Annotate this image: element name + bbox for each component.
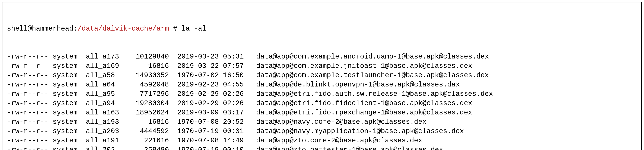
file-group: all_a163 — [86, 108, 128, 117]
file-listing: -rw-r--r--systemall_a173101298402019-03-… — [7, 52, 637, 150]
file-row: -rw-r--r--systemall_a173101298402019-03-… — [7, 52, 637, 62]
terminal-output: shell@hammerhead:/data/dalvik-cache/arm … — [2, 2, 642, 150]
file-row: -rw-r--r--systemall_a9577172962019-02-29… — [7, 89, 637, 99]
file-date: 2019-02-29 — [177, 99, 223, 108]
file-name: data@app@navy.core-2@base.apk@classes.de… — [256, 117, 637, 127]
file-row: -rw-r--r--systemall_a58149303521970-07-0… — [7, 71, 637, 80]
file-name: data@app@etri.fido.rpexchange-1@base.apk… — [256, 108, 637, 117]
file-size: 258480 — [128, 145, 177, 150]
file-group: all_a169 — [86, 62, 128, 71]
file-owner: system — [52, 117, 86, 127]
file-time: 05:31 — [223, 52, 256, 62]
file-permissions: -rw-r--r-- — [7, 80, 52, 89]
file-size: 16816 — [128, 117, 177, 127]
file-row: -rw-r--r--systemall_2022584801970-07-190… — [7, 145, 637, 150]
file-row: -rw-r--r--systemall_a163189526242019-03-… — [7, 108, 637, 117]
file-name: data@app@com.example.testlauncher-1@base… — [256, 71, 637, 80]
file-size: 221616 — [128, 136, 177, 145]
file-owner: system — [52, 89, 86, 99]
file-time: 00:31 — [223, 127, 256, 136]
prompt-line: shell@hammerhead:/data/dalvik-cache/arm … — [7, 24, 637, 33]
file-group: all_a94 — [86, 99, 128, 108]
file-size: 4444592 — [128, 127, 177, 136]
file-date: 2019-03-23 — [177, 52, 223, 62]
file-owner: system — [52, 71, 86, 80]
file-permissions: -rw-r--r-- — [7, 89, 52, 99]
file-permissions: -rw-r--r-- — [7, 145, 52, 150]
prompt-host: shell@hammerhead: — [7, 24, 78, 33]
file-permissions: -rw-r--r-- — [7, 99, 52, 108]
file-name: data@app@com.example.android.uamp-1@base… — [256, 52, 637, 62]
file-group: all_a191 — [86, 136, 128, 145]
file-time: 04:55 — [223, 80, 256, 89]
file-date: 1970-07-08 — [177, 117, 223, 127]
prompt-separator: # — [169, 24, 182, 33]
file-name: data@app@zto.core-2@base.apk@classes.dex — [256, 136, 637, 145]
file-group: all_a203 — [86, 127, 128, 136]
file-time: 02:26 — [223, 99, 256, 108]
prompt-path: /data/dalvik-cache/arm — [78, 24, 169, 33]
file-name: data@app@etri.fido.auth.sw.release-1@bas… — [256, 89, 637, 99]
file-name: data@app@navy.myapplication-1@base.apk@c… — [256, 127, 637, 136]
file-permissions: -rw-r--r-- — [7, 117, 52, 127]
file-owner: system — [52, 62, 86, 71]
file-date: 2019-03-09 — [177, 108, 223, 117]
file-name: data@app@zto.oattester-1@base.apk@classe… — [256, 145, 637, 150]
file-size: 4592048 — [128, 80, 177, 89]
file-time: 00:10 — [223, 145, 256, 150]
file-permissions: -rw-r--r-- — [7, 127, 52, 136]
file-date: 1970-07-08 — [177, 136, 223, 145]
file-size: 14930352 — [128, 71, 177, 80]
file-date: 2019-03-22 — [177, 62, 223, 71]
file-time: 02:26 — [223, 89, 256, 99]
file-size: 10129840 — [128, 52, 177, 62]
file-group: all_a64 — [86, 80, 128, 89]
file-row: -rw-r--r--systemall_a20344445921970-07-1… — [7, 127, 637, 136]
file-owner: system — [52, 52, 86, 62]
file-date: 1970-07-19 — [177, 127, 223, 136]
file-time: 14:49 — [223, 136, 256, 145]
file-row: -rw-r--r--systemall_a193168161970-07-082… — [7, 117, 637, 127]
file-size: 18952624 — [128, 108, 177, 117]
file-group: all_a95 — [86, 89, 128, 99]
file-permissions: -rw-r--r-- — [7, 108, 52, 117]
file-owner: system — [52, 127, 86, 136]
file-name: data@app@etri.fido.fidoclient-1@base.apk… — [256, 99, 637, 108]
file-permissions: -rw-r--r-- — [7, 136, 52, 145]
file-group: all_a193 — [86, 117, 128, 127]
file-date: 1970-07-19 — [177, 145, 223, 150]
prompt-command: la -al — [182, 24, 206, 33]
file-permissions: -rw-r--r-- — [7, 71, 52, 80]
file-time: 16:50 — [223, 71, 256, 80]
file-row: -rw-r--r--systemall_a6445920482019-02-23… — [7, 80, 637, 89]
file-owner: system — [52, 108, 86, 117]
file-size: 19280304 — [128, 99, 177, 108]
file-permissions: -rw-r--r-- — [7, 62, 52, 71]
file-date: 2019-02-23 — [177, 80, 223, 89]
file-name: data@app@com.example.jnitoast-1@base.apk… — [256, 62, 637, 71]
file-group: all_a58 — [86, 71, 128, 80]
file-owner: system — [52, 145, 86, 150]
file-owner: system — [52, 99, 86, 108]
file-group: all_a173 — [86, 52, 128, 62]
file-time: 03:17 — [223, 108, 256, 117]
file-time: 07:57 — [223, 62, 256, 71]
file-row: -rw-r--r--systemall_a169168162019-03-220… — [7, 62, 637, 71]
file-date: 1970-07-02 — [177, 71, 223, 80]
file-name: data@app@de.blinkt.openvpn-1@base.apk@cl… — [256, 80, 637, 89]
file-time: 20:52 — [223, 117, 256, 127]
file-row: -rw-r--r--systemall_a1912216161970-07-08… — [7, 136, 637, 145]
file-group: all_202 — [86, 145, 128, 150]
file-size: 7717296 — [128, 89, 177, 99]
file-owner: system — [52, 80, 86, 89]
file-owner: system — [52, 136, 86, 145]
file-date: 2019-02-29 — [177, 89, 223, 99]
file-size: 16816 — [128, 62, 177, 71]
file-permissions: -rw-r--r-- — [7, 52, 52, 62]
file-row: -rw-r--r--systemall_a94192803042019-02-2… — [7, 99, 637, 108]
